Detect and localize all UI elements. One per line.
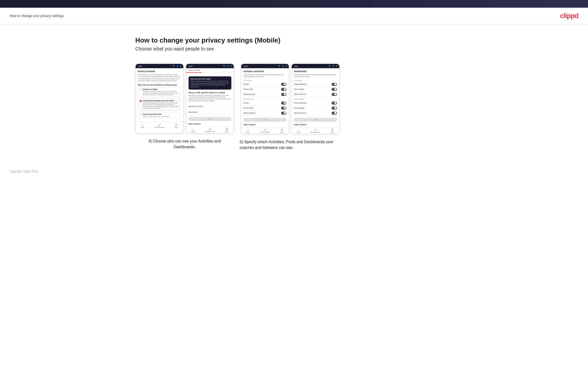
footer-menu[interactable]: ☰ Menu [280, 129, 284, 133]
breadcrumb: How to change your privacy settings [10, 14, 64, 18]
option-everyone[interactable]: Everyone on Clippd Everyone on Clippd ca… [138, 87, 181, 97]
home-icon: ⌂ [298, 129, 299, 131]
settings-icon[interactable]: ⚙ [180, 65, 181, 67]
followers-round-insights-toggle[interactable]: ON [332, 107, 337, 109]
radio-only-you [140, 114, 142, 116]
menu-icon: ☰ [331, 129, 333, 131]
screen2-body: Only You and Your Coach Only you and the… [186, 75, 234, 126]
screen4-back-btn[interactable]: ‹ Back [294, 65, 298, 67]
page-title: How to change your privacy settings (Mob… [135, 36, 453, 44]
screen3-footer: ⌂ Home 📈 My Performance ☰ Menu [241, 127, 289, 134]
option-approved[interactable]: Only Approved Followers and Your Coach O… [138, 99, 181, 110]
footer-menu[interactable]: ☰ Menu [225, 128, 228, 132]
coaches-drills-row: Practice Drills ON [244, 87, 286, 92]
help-support: Help & Support [294, 124, 337, 125]
radio-approved [140, 100, 142, 102]
screen3-back-btn[interactable]: ‹ Back [243, 65, 248, 67]
screen1-body: Privacy Controls Control how you and you… [136, 68, 183, 122]
coaches-player-dashboard-toggle[interactable]: ON [332, 83, 337, 86]
option-only-you[interactable]: Only You and Your Coach Only you and the… [138, 112, 181, 119]
save-button[interactable]: Save [189, 117, 231, 121]
coaches-group-label: COACHES [244, 80, 286, 81]
screen3-icons: 🔍 👤 ⚙ [278, 65, 287, 67]
screen2-back-btn[interactable]: ‹ Back [188, 65, 193, 67]
footer-performance[interactable]: 📈 My Performance [260, 129, 270, 133]
footer-home[interactable]: ⌂ Home [297, 129, 300, 133]
footer-menu[interactable]: ☰ Menu [175, 124, 178, 128]
footer-home[interactable]: ⌂ Home [191, 128, 195, 132]
coaches-round-insights-row: Round Insights ON [294, 87, 337, 92]
followers-rounds-row: Rounds ON [244, 101, 286, 106]
menu-activities[interactable]: Activities and Posts › [189, 103, 231, 109]
page-subtitle: Choose what you want people to see [135, 46, 453, 52]
chart-icon: 📈 [314, 129, 317, 131]
popup-box: Only You and Your Coach Only you and the… [189, 76, 231, 90]
tab-privacy-controls[interactable]: Privacy Controls [186, 68, 202, 73]
arrow-icon: › [231, 111, 231, 113]
chevron-left-icon: ‹ [243, 65, 244, 67]
coaches-work-on-toggle[interactable]: ON [332, 93, 337, 96]
coaches-manual-row: Manual Activities ON [244, 92, 286, 97]
footer-home[interactable]: ⌂ Home [141, 124, 144, 128]
search-icon[interactable]: 🔍 [278, 65, 280, 67]
followers-rounds-toggle[interactable]: ON [281, 102, 286, 104]
screen1-icons: 🔍 👤 ⚙ [173, 65, 181, 67]
followers-manual-toggle[interactable]: ON [281, 112, 286, 115]
screen4-header: ‹ Back 🔍 👤 ⚙ [292, 64, 339, 68]
footer-performance[interactable]: 📈 My Performance [155, 124, 164, 128]
left-column: ‹ Back 🔍 👤 ⚙ Privacy Controls Control ho… [135, 64, 234, 150]
screen1-footer: ⌂ Home 📈 My Performance ☰ Menu [136, 122, 183, 129]
right-screens: ‹ Back 🔍 👤 ⚙ Activities and Posts Select… [241, 64, 340, 134]
people-icon[interactable]: 👤 [282, 65, 284, 67]
menu-icon: ☰ [281, 129, 283, 131]
logo: clippd [560, 12, 578, 20]
coaches-drills-toggle[interactable]: ON [281, 88, 286, 91]
chart-icon: 📈 [264, 129, 266, 131]
chart-icon: 📈 [208, 128, 211, 130]
people-icon[interactable]: 👤 [332, 65, 335, 67]
screen3-mockup: ‹ Back 🔍 👤 ⚙ Activities and Posts Select… [241, 64, 289, 134]
coaches-round-insights-toggle[interactable]: ON [332, 88, 337, 91]
help-support: Help & Support [189, 123, 231, 125]
screen4-mockup: ‹ Back 🔍 👤 ⚙ Dashboards Select the dashb… [292, 64, 340, 134]
coaches-work-on-row: What To Work On ON [294, 92, 337, 97]
footer-menu[interactable]: ☰ Menu [331, 129, 334, 133]
followers-player-dashboard-toggle[interactable]: ON [332, 102, 337, 104]
menu-icon: ☰ [226, 128, 228, 130]
people-icon[interactable]: 👤 [176, 65, 178, 67]
people-icon[interactable]: 👤 [227, 65, 229, 67]
settings-icon[interactable]: ⚙ [285, 65, 287, 67]
followers-player-dashboard-row: Player Dashboard ON [294, 101, 337, 106]
followers-group-label: FOLLOWERS [294, 99, 337, 100]
settings-icon[interactable]: ⚙ [336, 65, 337, 67]
coaches-manual-toggle[interactable]: ON [281, 93, 286, 96]
help-support: Help & Support [244, 124, 286, 125]
followers-work-on-row: What To Work On ON [294, 111, 337, 116]
chevron-left-icon: ‹ [294, 65, 294, 67]
screen1-header: ‹ Back 🔍 👤 ⚙ [136, 64, 183, 68]
screenshots-row: ‹ Back 🔍 👤 ⚙ Privacy Controls Control ho… [135, 64, 453, 150]
screen2-mockup: ‹ Back 🔍 👤 ⚙ Privacy Controls [186, 64, 234, 133]
search-icon[interactable]: 🔍 [173, 65, 175, 67]
header: How to change your privacy settings clip… [0, 8, 588, 25]
menu-dashboards[interactable]: Dashboards › [189, 109, 231, 115]
followers-drills-toggle[interactable]: ON [281, 107, 286, 109]
save-button[interactable]: Save [294, 118, 337, 122]
caption-right: 5) Specify which Activities, Posts and D… [240, 139, 341, 150]
chevron-left-icon: ‹ [138, 65, 138, 67]
screen1-mockup: ‹ Back 🔍 👤 ⚙ Privacy Controls Control ho… [135, 64, 183, 133]
footer-performance[interactable]: 📈 My Performance [311, 129, 320, 133]
coaches-group-label: COACHES [294, 80, 337, 81]
screen4-icons: 🔍 👤 ⚙ [329, 65, 337, 67]
settings-icon[interactable]: ⚙ [230, 65, 232, 67]
followers-work-on-toggle[interactable]: ON [332, 112, 337, 115]
footer-performance[interactable]: 📈 My Performance [205, 128, 215, 132]
screen3-header: ‹ Back 🔍 👤 ⚙ [241, 64, 289, 68]
footer-home[interactable]: ⌂ Home [246, 129, 250, 133]
search-icon[interactable]: 🔍 [329, 65, 331, 67]
search-icon[interactable]: 🔍 [223, 65, 225, 67]
coaches-rounds-toggle[interactable]: ON [281, 83, 286, 86]
top-bar [0, 0, 588, 8]
save-button[interactable]: Save [244, 118, 286, 122]
screen1-back-btn[interactable]: ‹ Back [138, 65, 142, 67]
